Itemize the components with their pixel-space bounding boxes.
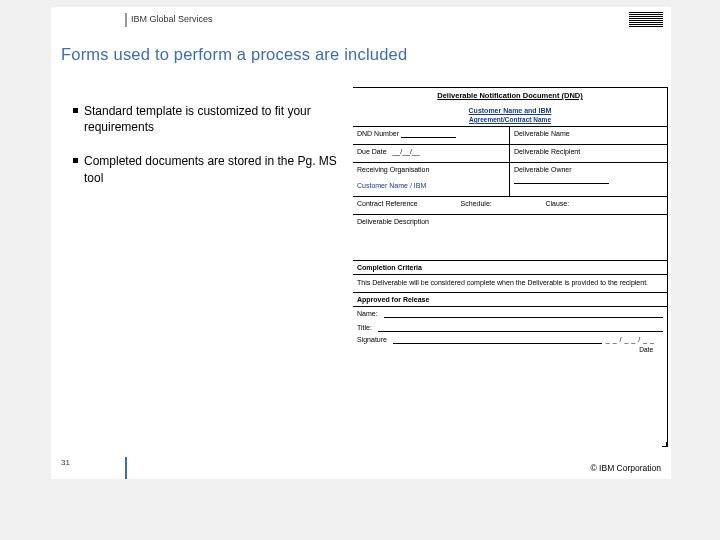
name-label: Name: — [357, 309, 378, 318]
blank-line — [393, 335, 602, 344]
bullet-list: Standard template is customized to fit y… — [73, 103, 353, 204]
bullet-icon — [73, 158, 78, 163]
blank-line — [401, 130, 456, 138]
name-row: Name: — [353, 307, 667, 321]
signature-row: Signature __/__/__ — [353, 335, 667, 346]
blank-line — [378, 323, 663, 332]
form-subtitle: Customer Name and IBM — [353, 102, 667, 116]
form-row: Receiving Organisation Customer Name / I… — [353, 162, 667, 195]
form-row: Contract Reference Schedule: Clause: — [353, 196, 667, 214]
title-row: Title: — [353, 321, 667, 335]
date-placeholder: __/__/__ — [392, 148, 419, 155]
form-title: Deliverable Notification Document (DND) — [353, 88, 667, 102]
corner-mark-icon — [662, 442, 667, 447]
bullet-text: Completed documents are stored in the Pg… — [84, 153, 353, 185]
bullet-icon — [73, 108, 78, 113]
slide: IBM Global Services Forms used to perfor… — [51, 7, 671, 479]
deliverable-recipient-label: Deliverable Recipient — [514, 148, 580, 155]
header-divider — [125, 13, 127, 27]
blank-area — [353, 230, 667, 260]
ibm-logo-icon — [629, 12, 663, 26]
receiving-org-value: Customer Name / IBM — [357, 181, 505, 190]
approved-head: Approved for Release — [353, 292, 667, 307]
page-number: 31 — [61, 458, 70, 467]
completion-criteria-head: Completion Criteria — [353, 260, 667, 275]
header: IBM Global Services — [51, 7, 671, 31]
receiving-org-label: Receiving Organisation — [357, 165, 505, 174]
date-placeholder: __/__/__ — [606, 335, 657, 344]
contract-ref-label: Contract Reference — [357, 200, 418, 207]
header-brand: IBM Global Services — [131, 14, 213, 24]
deliverable-name-label: Deliverable Name — [514, 130, 570, 137]
signature-label: Signature — [357, 335, 387, 344]
title-label: Title: — [357, 323, 372, 332]
form-agreement: Agreement/Contract Name — [353, 116, 667, 126]
list-item: Standard template is customized to fit y… — [73, 103, 353, 135]
copyright: © IBM Corporation — [590, 463, 661, 473]
schedule-label: Schedule: — [461, 200, 492, 207]
due-date-label: Due Date — [357, 148, 387, 155]
bullet-text: Standard template is customized to fit y… — [84, 103, 353, 135]
blank-line — [384, 309, 663, 318]
completion-criteria-text: This Deliverable will be considered comp… — [353, 275, 667, 292]
blank-line — [514, 176, 609, 184]
form-row: DND Number Deliverable Name — [353, 126, 667, 144]
page-title: Forms used to perform a process are incl… — [61, 45, 407, 64]
deliverable-owner-label: Deliverable Owner — [514, 166, 572, 173]
clause-label: Clause: — [545, 200, 569, 207]
dnd-number-label: DND Number — [357, 130, 399, 137]
deliverable-desc-label: Deliverable Description — [353, 214, 667, 230]
footer-divider — [125, 457, 127, 479]
form-preview: Deliverable Notification Document (DND) … — [353, 87, 668, 447]
date-label: Date — [353, 346, 667, 354]
list-item: Completed documents are stored in the Pg… — [73, 153, 353, 185]
form-row: Due Date __/__/__ Deliverable Recipient — [353, 144, 667, 162]
